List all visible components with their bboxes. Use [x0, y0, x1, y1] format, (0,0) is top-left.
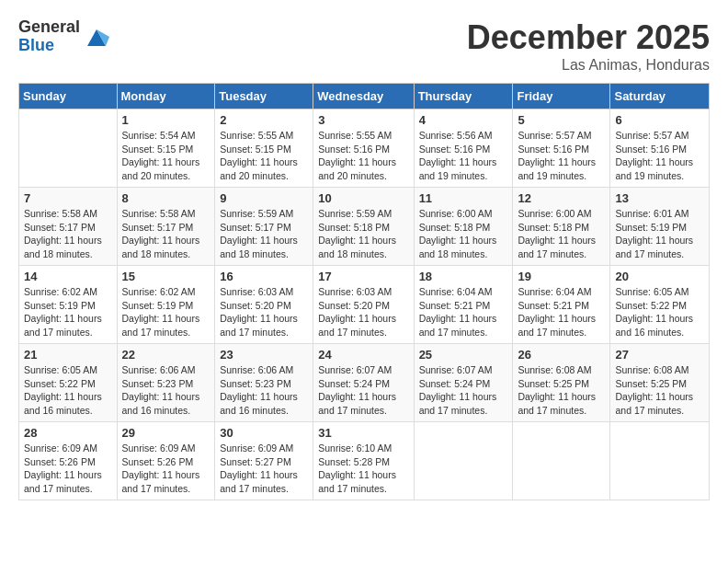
- cell-info: Sunrise: 6:09 AMSunset: 5:26 PMDaylight:…: [122, 442, 210, 496]
- day-number: 26: [518, 348, 605, 362]
- calendar-cell: [610, 422, 710, 500]
- day-number: 25: [419, 348, 508, 362]
- cell-info: Sunrise: 6:07 AMSunset: 5:24 PMDaylight:…: [318, 363, 408, 418]
- cell-info: Sunrise: 6:02 AMSunset: 5:19 PMDaylight:…: [122, 285, 210, 339]
- day-number: 12: [518, 191, 605, 205]
- day-number: 6: [615, 113, 704, 127]
- day-number: 1: [122, 113, 210, 127]
- day-number: 9: [220, 191, 308, 205]
- calendar-cell: 18Sunrise: 6:04 AMSunset: 5:21 PMDayligh…: [414, 266, 513, 344]
- calendar-cell: 25Sunrise: 6:07 AMSunset: 5:24 PMDayligh…: [414, 344, 513, 422]
- cell-info: Sunrise: 5:58 AMSunset: 5:17 PMDaylight:…: [122, 207, 210, 261]
- calendar-cell: 22Sunrise: 6:06 AMSunset: 5:23 PMDayligh…: [117, 344, 215, 422]
- day-number: 11: [419, 191, 508, 205]
- calendar-cell: 9Sunrise: 5:59 AMSunset: 5:17 PMDaylight…: [215, 188, 313, 266]
- cell-info: Sunrise: 6:05 AMSunset: 5:22 PMDaylight:…: [24, 363, 112, 418]
- cell-info: Sunrise: 6:07 AMSunset: 5:24 PMDaylight:…: [419, 363, 508, 418]
- day-number: 29: [122, 426, 210, 440]
- calendar-cell: 17Sunrise: 6:03 AMSunset: 5:20 PMDayligh…: [313, 266, 414, 344]
- cell-info: Sunrise: 5:58 AMSunset: 5:17 PMDaylight:…: [24, 207, 112, 261]
- header-sunday: Sunday: [19, 84, 118, 109]
- cell-info: Sunrise: 5:56 AMSunset: 5:16 PMDaylight:…: [419, 129, 508, 183]
- cell-info: Sunrise: 5:59 AMSunset: 5:17 PMDaylight:…: [220, 207, 308, 261]
- calendar-cell: 12Sunrise: 6:00 AMSunset: 5:18 PMDayligh…: [513, 188, 610, 266]
- calendar-cell: 27Sunrise: 6:08 AMSunset: 5:25 PMDayligh…: [610, 344, 710, 422]
- calendar-cell: [414, 422, 513, 500]
- cell-info: Sunrise: 6:02 AMSunset: 5:19 PMDaylight:…: [24, 285, 112, 339]
- calendar-cell: 19Sunrise: 6:04 AMSunset: 5:21 PMDayligh…: [513, 266, 610, 344]
- cell-info: Sunrise: 5:57 AMSunset: 5:16 PMDaylight:…: [518, 129, 605, 183]
- day-number: 10: [318, 191, 408, 205]
- logo-icon: [84, 24, 109, 50]
- calendar-cell: 6Sunrise: 5:57 AMSunset: 5:16 PMDaylight…: [610, 109, 710, 188]
- calendar-cell: 14Sunrise: 6:02 AMSunset: 5:19 PMDayligh…: [19, 266, 118, 344]
- calendar-cell: 26Sunrise: 6:08 AMSunset: 5:25 PMDayligh…: [513, 344, 610, 422]
- day-number: 19: [518, 270, 605, 283]
- cell-info: Sunrise: 6:06 AMSunset: 5:23 PMDaylight:…: [220, 363, 308, 418]
- cell-info: Sunrise: 5:55 AMSunset: 5:15 PMDaylight:…: [220, 129, 308, 183]
- calendar-cell: 8Sunrise: 5:58 AMSunset: 5:17 PMDaylight…: [117, 188, 215, 266]
- calendar-cell: [19, 109, 118, 188]
- calendar-cell: 21Sunrise: 6:05 AMSunset: 5:22 PMDayligh…: [19, 344, 118, 422]
- calendar-cell: 31Sunrise: 6:10 AMSunset: 5:28 PMDayligh…: [313, 422, 414, 500]
- cell-info: Sunrise: 5:54 AMSunset: 5:15 PMDaylight:…: [122, 129, 210, 183]
- day-number: 22: [122, 348, 210, 362]
- day-number: 7: [24, 191, 112, 205]
- calendar-week-2: 7Sunrise: 5:58 AMSunset: 5:17 PMDaylight…: [19, 188, 710, 266]
- cell-info: Sunrise: 6:00 AMSunset: 5:18 PMDaylight:…: [419, 207, 508, 261]
- calendar-cell: 10Sunrise: 5:59 AMSunset: 5:18 PMDayligh…: [313, 188, 414, 266]
- cell-info: Sunrise: 6:10 AMSunset: 5:28 PMDaylight:…: [318, 442, 408, 496]
- calendar-week-3: 14Sunrise: 6:02 AMSunset: 5:19 PMDayligh…: [19, 266, 710, 344]
- cell-info: Sunrise: 6:00 AMSunset: 5:18 PMDaylight:…: [518, 207, 605, 261]
- header-friday: Friday: [513, 84, 610, 109]
- day-number: 20: [615, 270, 704, 283]
- calendar-cell: 1Sunrise: 5:54 AMSunset: 5:15 PMDaylight…: [117, 109, 215, 188]
- calendar-cell: 30Sunrise: 6:09 AMSunset: 5:27 PMDayligh…: [215, 422, 313, 500]
- calendar-cell: 28Sunrise: 6:09 AMSunset: 5:26 PMDayligh…: [19, 422, 118, 500]
- cell-info: Sunrise: 6:03 AMSunset: 5:20 PMDaylight:…: [318, 285, 408, 339]
- cell-info: Sunrise: 6:09 AMSunset: 5:27 PMDaylight:…: [220, 442, 308, 496]
- header-tuesday: Tuesday: [215, 84, 313, 109]
- cell-info: Sunrise: 6:08 AMSunset: 5:25 PMDaylight:…: [615, 363, 704, 418]
- day-number: 17: [318, 270, 408, 283]
- calendar-table: SundayMondayTuesdayWednesdayThursdayFrid…: [18, 83, 710, 500]
- cell-info: Sunrise: 5:57 AMSunset: 5:16 PMDaylight:…: [615, 129, 704, 183]
- calendar-cell: 2Sunrise: 5:55 AMSunset: 5:15 PMDaylight…: [215, 109, 313, 188]
- day-number: 14: [24, 270, 112, 283]
- header-saturday: Saturday: [610, 84, 710, 109]
- logo-general: General: [18, 18, 80, 37]
- logo: General Blue: [18, 18, 109, 55]
- title-block: December 2025 Las Animas, Honduras: [467, 18, 710, 74]
- month-title: December 2025: [467, 18, 710, 57]
- cell-info: Sunrise: 6:03 AMSunset: 5:20 PMDaylight:…: [220, 285, 308, 339]
- calendar-cell: 29Sunrise: 6:09 AMSunset: 5:26 PMDayligh…: [117, 422, 215, 500]
- location-title: Las Animas, Honduras: [467, 57, 710, 74]
- calendar-cell: 4Sunrise: 5:56 AMSunset: 5:16 PMDaylight…: [414, 109, 513, 188]
- cell-info: Sunrise: 6:08 AMSunset: 5:25 PMDaylight:…: [518, 363, 605, 418]
- page-header: General Blue December 2025 Las Animas, H…: [18, 18, 710, 74]
- day-number: 21: [24, 348, 112, 362]
- calendar-cell: 23Sunrise: 6:06 AMSunset: 5:23 PMDayligh…: [215, 344, 313, 422]
- day-number: 3: [318, 113, 408, 127]
- calendar-cell: 24Sunrise: 6:07 AMSunset: 5:24 PMDayligh…: [313, 344, 414, 422]
- header-thursday: Thursday: [414, 84, 513, 109]
- day-number: 24: [318, 348, 408, 362]
- calendar-week-4: 21Sunrise: 6:05 AMSunset: 5:22 PMDayligh…: [19, 344, 710, 422]
- day-number: 23: [220, 348, 308, 362]
- cell-info: Sunrise: 6:01 AMSunset: 5:19 PMDaylight:…: [615, 207, 704, 261]
- day-number: 27: [615, 348, 704, 362]
- day-number: 18: [419, 270, 508, 283]
- cell-info: Sunrise: 5:59 AMSunset: 5:18 PMDaylight:…: [318, 207, 408, 261]
- cell-info: Sunrise: 6:04 AMSunset: 5:21 PMDaylight:…: [419, 285, 508, 339]
- day-number: 16: [220, 270, 308, 283]
- day-number: 4: [419, 113, 508, 127]
- day-number: 2: [220, 113, 308, 127]
- calendar-cell: 15Sunrise: 6:02 AMSunset: 5:19 PMDayligh…: [117, 266, 215, 344]
- calendar-cell: 13Sunrise: 6:01 AMSunset: 5:19 PMDayligh…: [610, 188, 710, 266]
- header-monday: Monday: [117, 84, 215, 109]
- day-number: 15: [122, 270, 210, 283]
- calendar-week-5: 28Sunrise: 6:09 AMSunset: 5:26 PMDayligh…: [19, 422, 710, 500]
- calendar-cell: 3Sunrise: 5:55 AMSunset: 5:16 PMDaylight…: [313, 109, 414, 188]
- calendar-cell: [513, 422, 610, 500]
- calendar-header-row: SundayMondayTuesdayWednesdayThursdayFrid…: [19, 84, 710, 109]
